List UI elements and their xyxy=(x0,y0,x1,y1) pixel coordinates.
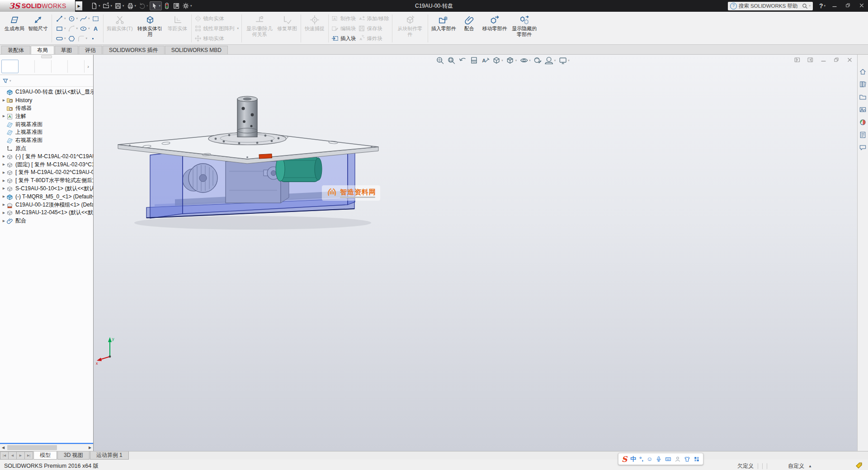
sketch-line-button[interactable]: ▾ xyxy=(55,15,67,23)
select-button[interactable]: ▾ xyxy=(150,1,162,10)
sketch-rectangle-button[interactable]: ▾ xyxy=(55,25,67,33)
tab-SOLIDWORKS MBD[interactable]: SOLIDWORKS MBD xyxy=(165,46,228,54)
search-dropdown-icon[interactable]: ▾ xyxy=(809,4,811,8)
language-chinese[interactable]: 中 xyxy=(630,455,636,463)
rebuild-button[interactable] xyxy=(162,1,171,10)
menu-flyout-arrow[interactable]: ▶ xyxy=(75,1,82,10)
undo-button[interactable]: ▾ xyxy=(137,1,149,10)
tree-sensors[interactable]: 传感器 xyxy=(0,104,93,113)
tree-component[interactable]: ▶[ 复件 T-80DT水平带轮式左侧后方ZI xyxy=(0,177,93,185)
panel-splitter-grip[interactable] xyxy=(41,55,52,58)
sheet-tab-运动算例 1[interactable]: 运动算例 1 xyxy=(90,451,129,460)
offset-entities-button[interactable]: 等距实体 xyxy=(166,13,189,44)
expand-arrow-icon[interactable]: ▶ xyxy=(1,163,6,166)
tree-front-plane[interactable]: 前视基准面 xyxy=(0,120,93,128)
smart-dimension-button[interactable]: 智能尺寸 xyxy=(26,13,50,44)
sketch-ellipse-button[interactable]: ▾ xyxy=(79,25,91,33)
filter-dropdown-icon[interactable]: ▾ xyxy=(9,79,11,83)
view-palette-button[interactable] xyxy=(859,105,867,113)
solidworks-resources-button[interactable] xyxy=(859,67,867,75)
expand-arrow-icon[interactable]: ▶ xyxy=(1,203,6,207)
expand-arrow-icon[interactable]: ▶ xyxy=(1,187,6,190)
search-box[interactable]: ? 搜索 SOLIDWORKS 帮助 ▾ xyxy=(728,2,813,10)
help-button[interactable]: ?▾ xyxy=(819,2,826,9)
insert-block-button[interactable]: 插入块 xyxy=(331,34,356,43)
sheet-first-button[interactable]: |◀ xyxy=(0,451,9,460)
sketch-circle-button[interactable]: ▾ xyxy=(67,15,79,23)
design-library-button[interactable] xyxy=(859,80,867,88)
displaymanager-tab[interactable] xyxy=(68,60,85,73)
tab-评估[interactable]: 评估 xyxy=(79,46,102,54)
scroll-left-icon[interactable]: ◀ xyxy=(0,446,6,450)
tree-root[interactable]: C19AU-00-转盘 (默认<默认_显示状态-1 xyxy=(0,88,93,96)
skin-center[interactable] xyxy=(684,456,690,462)
sheet-prev-button[interactable]: ◀ xyxy=(9,451,17,460)
tab-布局[interactable]: 布局 xyxy=(31,46,54,54)
sketch-polygon-button[interactable] xyxy=(67,35,76,42)
move-entities-button[interactable]: 移动实体 xyxy=(194,34,239,43)
window-restore-button[interactable] xyxy=(845,3,851,9)
window-minimize-button[interactable] xyxy=(832,3,837,9)
move-component-button[interactable]: 移动零部件 xyxy=(481,13,509,44)
emoji-picker[interactable]: ☺ xyxy=(646,456,652,462)
show-hidden-components-button[interactable]: 显示隐藏的零部件 xyxy=(509,13,540,44)
file-explorer-button[interactable] xyxy=(859,93,867,101)
expand-arrow-icon[interactable]: ▶ xyxy=(1,211,6,215)
tree-right-plane[interactable]: 右视基准面 xyxy=(0,136,93,145)
search-input[interactable]: 搜索 SOLIDWORKS 帮助 xyxy=(739,3,802,9)
punctuation-mode[interactable]: °, xyxy=(639,456,643,462)
tree-annotations[interactable]: ▶A注解 xyxy=(0,112,93,120)
dimxpertmanager-tab[interactable] xyxy=(52,60,68,73)
open-document-button[interactable]: ▾ xyxy=(102,1,113,10)
edit-block-button[interactable]: 编辑块 xyxy=(331,24,356,33)
tree-origin[interactable]: 原点 xyxy=(0,145,93,153)
user-account[interactable] xyxy=(675,456,681,462)
mate-button[interactable]: 配合 xyxy=(458,13,481,44)
scrollbar-thumb[interactable] xyxy=(7,445,57,450)
file-properties-button[interactable] xyxy=(172,1,181,10)
sketch-slot-button[interactable]: ▾ xyxy=(55,35,67,42)
tree-component[interactable]: ▶C19AU-00-12顶伸模组<1> (Defaul xyxy=(0,201,93,209)
sheet-tab-模型[interactable]: 模型 xyxy=(33,451,57,460)
assembly-3d-model[interactable] xyxy=(94,55,857,451)
sheet-tab-3D 视图[interactable]: 3D 视图 xyxy=(57,451,90,460)
tree-horizontal-scrollbar[interactable]: ◀ ▶ xyxy=(0,444,93,451)
tree-component[interactable]: ▶(-) T-MQR8_M5_0_<1> (Default<显 xyxy=(0,193,93,201)
filter-funnel-icon[interactable] xyxy=(2,78,9,84)
expand-arrow-icon[interactable]: ▶ xyxy=(1,219,6,223)
custom-properties-button[interactable] xyxy=(859,131,867,139)
explode-block-button[interactable]: A爆炸块 xyxy=(358,34,389,43)
create-layout-button[interactable]: 生成布局 xyxy=(3,13,26,44)
tab-SOLIDWORKS 插件[interactable]: SOLIDWORKS 插件 xyxy=(103,46,165,54)
insert-components-button[interactable]: 插入零部件 xyxy=(430,13,458,44)
save-button[interactable]: ▾ xyxy=(113,1,125,10)
new-document-button[interactable]: ▾ xyxy=(90,1,101,10)
mirror-entities-button[interactable]: 镜向实体 xyxy=(194,14,239,23)
tree-history[interactable]: ▶History xyxy=(0,96,93,104)
save-block-button[interactable]: 保存块 xyxy=(358,24,389,33)
tree-component[interactable]: ▶[ 复件 M-C19AL-02-02^C19AU-00- xyxy=(0,169,93,177)
panel-tabs-overflow-icon[interactable]: › xyxy=(85,64,92,69)
sketch-fillet-button[interactable]: ▾ xyxy=(76,35,89,42)
expand-arrow-icon[interactable]: ▶ xyxy=(1,99,6,102)
scroll-right-icon[interactable]: ▶ xyxy=(87,446,93,450)
expand-arrow-icon[interactable]: ▶ xyxy=(1,171,6,174)
appearances-scenes-button[interactable] xyxy=(859,118,867,126)
soft-keyboard[interactable] xyxy=(665,456,671,462)
propertymanager-tab[interactable] xyxy=(19,60,35,73)
expand-arrow-icon[interactable]: ▶ xyxy=(1,155,6,158)
tree-component[interactable]: ▶(-) [ 复件 M-C19AL-02-01^C19AU- xyxy=(0,152,93,160)
print-button[interactable]: ▾ xyxy=(126,1,137,10)
tree-component[interactable]: ▶(固定) [ 复件 M-C19AL-02-03^C19A xyxy=(0,160,93,169)
tree-mates[interactable]: ▶配合 xyxy=(0,217,93,225)
sheet-last-button[interactable]: ▶| xyxy=(25,451,33,460)
sketch-point-button[interactable] xyxy=(88,35,98,42)
tag-icon[interactable] xyxy=(855,462,863,470)
view-mode-caret-icon[interactable]: ▲ xyxy=(808,464,812,468)
forum-button[interactable] xyxy=(859,143,867,151)
sketch-picture-button[interactable] xyxy=(91,15,100,23)
repair-sketch-button[interactable]: 修复草图 xyxy=(275,13,299,44)
trim-entities-button[interactable]: 剪裁实体(T) xyxy=(105,13,134,44)
sketch-arc-button[interactable]: ▾ xyxy=(67,25,79,33)
make-part-from-block-button[interactable]: 从块制作零件 xyxy=(394,13,426,44)
